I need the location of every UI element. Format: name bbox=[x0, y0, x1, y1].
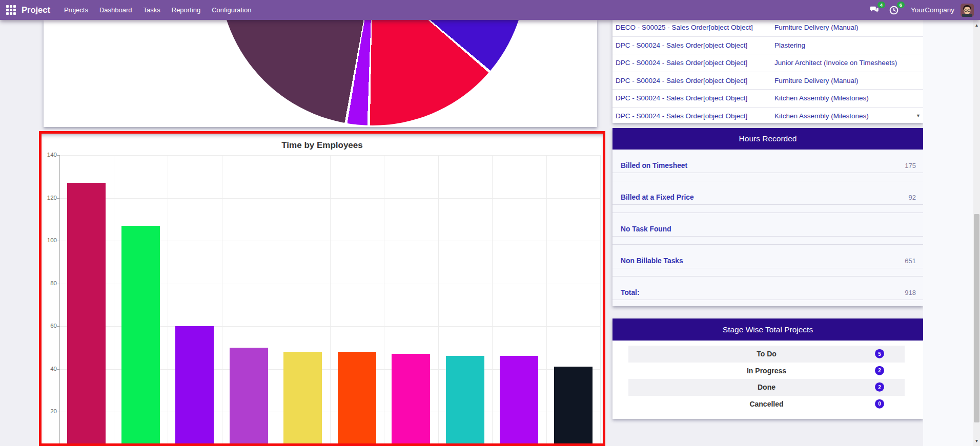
page-background bbox=[923, 20, 973, 446]
bar-employee-3[interactable] bbox=[175, 326, 214, 443]
scrollbar-thumb[interactable] bbox=[974, 214, 979, 422]
stage-row-in-progress[interactable]: In Progress2 bbox=[628, 363, 905, 379]
hours-row: No Task Found bbox=[612, 213, 923, 237]
bar-employee-4[interactable] bbox=[230, 348, 268, 443]
stage-count-badge: 2 bbox=[875, 383, 884, 392]
stage-row-to-do[interactable]: To Do5 bbox=[628, 346, 905, 363]
sales-order-row[interactable]: DPC - S00024 - Sales Order[object Object… bbox=[612, 37, 923, 55]
sales-order-ref[interactable]: DPC - S00024 - Sales Order[object Object… bbox=[612, 94, 769, 102]
user-avatar[interactable] bbox=[961, 4, 974, 17]
hours-row-label[interactable]: Total: bbox=[621, 289, 640, 296]
stage-row-done[interactable]: Done2 bbox=[628, 379, 905, 396]
v-gridline bbox=[600, 155, 601, 443]
v-gridline bbox=[114, 155, 114, 443]
stage-row-label: Cancelled bbox=[749, 400, 783, 408]
main-menu: ProjectsDashboardTasksReportingConfigura… bbox=[58, 4, 257, 16]
sales-order-ref[interactable]: DPC - S00024 - Sales Order[object Object… bbox=[612, 41, 769, 49]
v-gridline bbox=[168, 155, 168, 443]
hours-row: Total:918 bbox=[612, 277, 923, 300]
sales-order-item[interactable]: Kitchen Assembly (Milestones) bbox=[769, 94, 923, 102]
scroll-up-icon[interactable]: ▲ bbox=[973, 23, 980, 28]
row-divider bbox=[612, 205, 923, 213]
stage-count-badge: 2 bbox=[875, 366, 884, 375]
hours-row-label[interactable]: No Task Found bbox=[621, 225, 671, 233]
sales-order-row[interactable]: DECO - S00025 - Sales Order[object Objec… bbox=[612, 20, 923, 37]
company-name[interactable]: YourCompany bbox=[911, 6, 954, 14]
bar-employee-5[interactable] bbox=[283, 352, 322, 443]
nav-item-projects[interactable]: Projects bbox=[58, 4, 94, 16]
hours-row-label[interactable]: Billed at a Fixed Price bbox=[621, 194, 694, 201]
stage-row-label: To Do bbox=[757, 350, 777, 358]
sales-order-item[interactable]: Furniture Delivery (Manual) bbox=[769, 77, 923, 84]
v-gridline bbox=[492, 155, 493, 443]
app-name[interactable]: Project bbox=[22, 5, 50, 15]
sales-order-row[interactable]: DPC - S00024 - Sales Order[object Object… bbox=[612, 54, 923, 72]
pie-chart-panel bbox=[44, 20, 597, 127]
page-scrollbar[interactable]: ▲ ▼ bbox=[973, 20, 980, 446]
hours-row-value: 175 bbox=[905, 162, 916, 169]
pie-chart[interactable] bbox=[219, 20, 526, 125]
hours-row-label[interactable]: Billed on Timesheet bbox=[621, 162, 687, 169]
top-navbar: Project ProjectsDashboardTasksReportingC… bbox=[0, 0, 980, 20]
nav-item-configuration[interactable]: Configuration bbox=[206, 4, 257, 16]
apps-grid-icon[interactable] bbox=[6, 5, 16, 15]
v-gridline bbox=[276, 155, 276, 443]
bar-employee-9[interactable] bbox=[500, 356, 538, 443]
bar-employee-1[interactable] bbox=[67, 183, 106, 443]
bar-employee-8[interactable] bbox=[446, 356, 484, 443]
sales-order-ref[interactable]: DPC - S00024 - Sales Order[object Object… bbox=[612, 59, 769, 67]
sales-order-item[interactable]: Kitchen Assembly (Milestones) bbox=[769, 112, 923, 120]
nav-item-dashboard[interactable]: Dashboard bbox=[94, 4, 138, 16]
scroll-down-icon[interactable]: ▼ bbox=[973, 439, 980, 443]
stage-wise-panel: Stage Wise Total Projects To Do5In Progr… bbox=[612, 318, 923, 419]
stage-row-label: In Progress bbox=[747, 367, 786, 375]
messages-icon[interactable]: 4 bbox=[869, 5, 880, 16]
sales-order-ref[interactable]: DPC - S00024 - Sales Order[object Object… bbox=[612, 77, 769, 84]
row-divider bbox=[612, 173, 923, 181]
bar-employee-10[interactable] bbox=[554, 367, 593, 443]
y-axis-tick-mark bbox=[57, 284, 59, 284]
hours-row-label[interactable]: Non Billable Tasks bbox=[621, 257, 683, 265]
hours-row-value: 651 bbox=[905, 257, 916, 265]
sales-order-item[interactable]: Junior Architect (Invoice on Timesheets) bbox=[769, 59, 923, 67]
stage-count-badge: 5 bbox=[875, 349, 884, 358]
sales-order-table: DECO - S00025 - Sales Order[object Objec… bbox=[612, 20, 923, 123]
activities-clock-icon[interactable]: 6 bbox=[888, 5, 900, 16]
stage-count-badge: 0 bbox=[875, 399, 884, 408]
y-axis-tick-label: 20 bbox=[42, 408, 57, 414]
y-axis-tick-label: 120 bbox=[42, 195, 57, 201]
hours-row: Billed at a Fixed Price92 bbox=[612, 181, 923, 205]
y-axis-tick-label: 140 bbox=[42, 152, 57, 158]
y-axis-tick-label: 40 bbox=[42, 366, 57, 372]
sales-order-row[interactable]: DPC - S00024 - Sales Order[object Object… bbox=[612, 108, 923, 123]
bar-employee-6[interactable] bbox=[338, 352, 376, 443]
y-axis-tick-mark bbox=[57, 241, 59, 241]
nav-item-tasks[interactable]: Tasks bbox=[138, 4, 166, 16]
nav-item-reporting[interactable]: Reporting bbox=[166, 4, 206, 16]
y-axis-tick-mark bbox=[57, 198, 59, 199]
hours-recorded-header: Hours Recorded bbox=[612, 128, 923, 150]
hours-row: Billed on Timesheet175 bbox=[612, 150, 923, 173]
app-window: Project ProjectsDashboardTasksReportingC… bbox=[0, 0, 980, 446]
messages-count-badge: 4 bbox=[877, 2, 885, 9]
sales-order-item[interactable]: Furniture Delivery (Manual) bbox=[769, 24, 923, 31]
row-divider bbox=[612, 237, 923, 245]
sales-order-ref[interactable]: DPC - S00024 - Sales Order[object Object… bbox=[612, 112, 769, 120]
y-axis-tick-mark bbox=[57, 412, 59, 412]
y-axis-tick-mark bbox=[57, 369, 59, 370]
table-scroll-down-icon[interactable]: ▼ bbox=[916, 113, 921, 118]
bar-employee-2[interactable] bbox=[121, 226, 160, 443]
stage-row-cancelled[interactable]: Cancelled0 bbox=[628, 396, 905, 413]
y-axis-tick-mark bbox=[57, 326, 59, 327]
sales-order-ref[interactable]: DECO - S00025 - Sales Order[object Objec… bbox=[612, 24, 769, 31]
activities-count-badge: 6 bbox=[897, 2, 905, 9]
bar-employee-7[interactable] bbox=[392, 354, 430, 443]
y-axis-tick-label: 80 bbox=[42, 280, 57, 286]
v-gridline bbox=[330, 155, 331, 443]
hours-row-value: 92 bbox=[909, 194, 916, 201]
v-gridline bbox=[222, 155, 222, 443]
bar-chart-plot bbox=[59, 155, 601, 443]
sales-order-row[interactable]: DPC - S00024 - Sales Order[object Object… bbox=[612, 72, 923, 90]
sales-order-row[interactable]: DPC - S00024 - Sales Order[object Object… bbox=[612, 90, 923, 108]
sales-order-item[interactable]: Plastering bbox=[769, 41, 923, 49]
